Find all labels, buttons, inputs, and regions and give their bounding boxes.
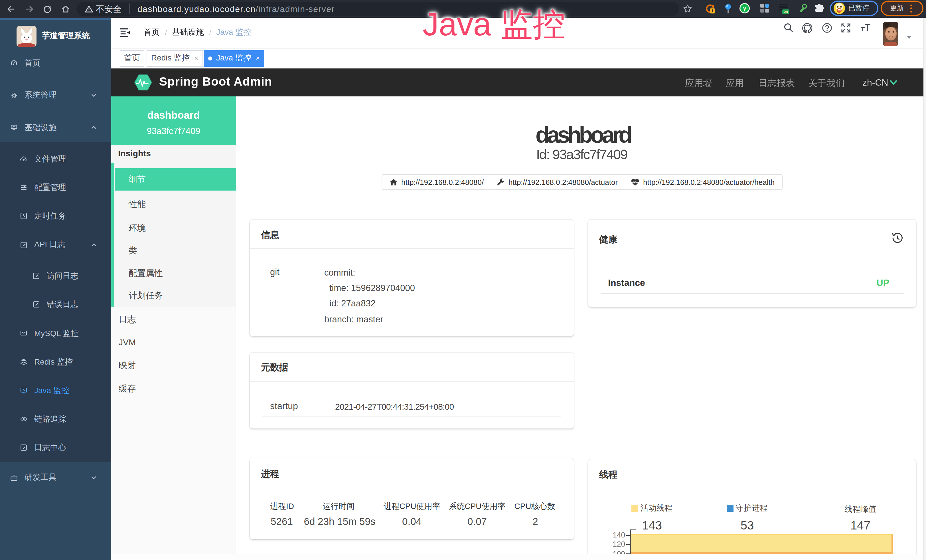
svg-text:y: y xyxy=(743,5,746,11)
svg-text:1: 1 xyxy=(711,8,714,13)
svg-text:on: on xyxy=(784,10,788,14)
